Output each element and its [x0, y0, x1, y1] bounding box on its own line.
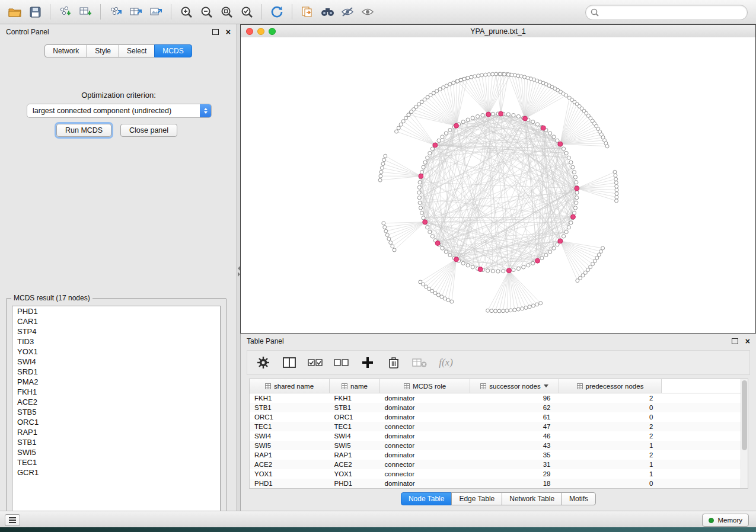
table-cell-filler: [662, 412, 749, 422]
delete-column-button[interactable]: [385, 354, 403, 371]
mcds-result-item[interactable]: YOX1: [12, 347, 220, 357]
table-row[interactable]: ORC1ORC1dominator610: [250, 412, 748, 422]
hide-details-button[interactable]: [338, 2, 357, 21]
show-details-button[interactable]: [358, 2, 377, 21]
mcds-result-item[interactable]: STP4: [12, 326, 220, 336]
float-panel-icon[interactable]: [212, 29, 219, 35]
search-network-button[interactable]: [318, 2, 337, 21]
table-cell: 2: [559, 431, 662, 441]
global-search-box[interactable]: [585, 5, 748, 20]
table-row[interactable]: SWI4SWI4dominator462: [250, 431, 748, 441]
mcds-result-item[interactable]: STB1: [12, 437, 220, 447]
tab-network[interactable]: Network: [44, 44, 87, 57]
copy-document-button[interactable]: [298, 2, 317, 21]
zoom-actual-size-button[interactable]: [217, 2, 236, 21]
tab-motifs[interactable]: Motifs: [562, 492, 596, 505]
function-builder-button[interactable]: f(x): [437, 354, 455, 371]
mcds-result-item[interactable]: PMA2: [12, 377, 220, 387]
table-row[interactable]: YOX1YOX1connector291: [250, 469, 748, 479]
unchecked-boxes-icon: [334, 357, 349, 368]
network-window-titlebar[interactable]: YPA_prune.txt_1: [241, 25, 755, 38]
table-settings-button[interactable]: [254, 354, 272, 371]
tab-mcds[interactable]: MCDS: [154, 44, 192, 57]
close-panel-button[interactable]: Close panel: [120, 124, 177, 137]
table-scrollbar[interactable]: [741, 379, 748, 488]
tab-select[interactable]: Select: [119, 44, 155, 57]
table-scrollbar-thumb[interactable]: [742, 380, 747, 450]
search-icon: [591, 8, 599, 17]
mcds-result-item[interactable]: SWI5: [12, 447, 220, 457]
table-row[interactable]: ACE2ACE2connector311: [250, 460, 748, 469]
table-row[interactable]: TEC1TEC1connector472: [250, 422, 748, 431]
control-panel-title: Control Panel: [6, 28, 212, 36]
column-header-mcds-role[interactable]: MCDS role: [380, 379, 470, 393]
column-header-name[interactable]: name: [330, 379, 380, 393]
mcds-result-item[interactable]: RAP1: [12, 427, 220, 437]
criterion-select[interactable]: largest connected component (undirected): [27, 104, 212, 118]
zoom-in-icon: [180, 6, 193, 18]
close-panel-icon[interactable]: ×: [226, 28, 231, 36]
plus-icon: [362, 357, 374, 368]
table-cell: SWI5: [250, 441, 330, 450]
delete-table-button[interactable]: [411, 354, 429, 371]
import-table-button[interactable]: [76, 2, 95, 21]
network-window-title: YPA_prune.txt_1: [241, 27, 755, 36]
mcds-result-item[interactable]: ORC1: [12, 417, 220, 427]
column-header-shared-name[interactable]: shared name: [250, 379, 330, 393]
table-panel-tabs: Node Table Edge Table Network Table Moti…: [241, 492, 756, 505]
search-input[interactable]: [604, 8, 742, 17]
open-file-button[interactable]: [5, 2, 24, 21]
table-cell: TEC1: [330, 422, 380, 431]
float-panel-icon[interactable]: [732, 338, 738, 344]
export-image-icon: [149, 6, 162, 18]
mcds-result-item[interactable]: TID3: [12, 336, 220, 347]
mcds-result-list[interactable]: PHD1CAR1STP4TID3YOX1SWI4SRD1PMA2FKH1ACE2…: [12, 306, 221, 514]
zoom-in-button[interactable]: [177, 2, 196, 21]
mcds-result-item[interactable]: TEC1: [12, 457, 220, 467]
table-row[interactable]: PHD1PHD1dominator180: [250, 479, 748, 488]
tab-edge-table[interactable]: Edge Table: [451, 492, 502, 505]
mcds-result-item[interactable]: SRD1: [12, 367, 220, 377]
column-header-predecessor-nodes[interactable]: predecessor nodes: [559, 379, 662, 393]
mcds-result-item[interactable]: PHD1: [12, 306, 220, 316]
mcds-result-item[interactable]: STB5: [12, 407, 220, 417]
table-cell: 1: [559, 441, 662, 450]
column-header-successor-nodes[interactable]: successor nodes: [470, 379, 559, 393]
status-menu-button[interactable]: [5, 514, 20, 526]
close-panel-icon[interactable]: ×: [745, 337, 750, 345]
mcds-result-fieldset: MCDS result (17 nodes) PHD1CAR1STP4TID3Y…: [6, 298, 227, 520]
mcds-result-item[interactable]: FKH1: [12, 387, 220, 397]
column-type-icon: [265, 383, 271, 389]
run-mcds-button[interactable]: Run MCDS: [56, 124, 111, 137]
table-cell: 35: [470, 450, 559, 460]
mcds-result-item[interactable]: GCR1: [12, 467, 220, 477]
table-cell: 43: [470, 441, 559, 450]
table-row[interactable]: SWI5SWI5connector431: [250, 441, 748, 450]
mcds-result-item[interactable]: ACE2: [12, 397, 220, 407]
zoom-out-button[interactable]: [197, 2, 216, 21]
show-columns-button[interactable]: [280, 354, 298, 371]
import-network-button[interactable]: [56, 2, 75, 21]
table-row[interactable]: STB1STB1dominator620: [250, 403, 748, 412]
table-row[interactable]: FKH1FKH1dominator962: [250, 393, 748, 403]
save-session-button[interactable]: [25, 2, 44, 21]
memory-button[interactable]: Memory: [702, 514, 749, 527]
add-column-button[interactable]: [359, 354, 377, 371]
tab-style[interactable]: Style: [87, 44, 119, 57]
mcds-result-item[interactable]: CAR1: [12, 316, 220, 326]
table-cell: 18: [470, 479, 559, 488]
mcds-result-item[interactable]: SWI4: [12, 357, 220, 367]
export-image-button[interactable]: [146, 2, 165, 21]
open-folder-icon: [8, 7, 21, 17]
export-table-button[interactable]: [126, 2, 145, 21]
apply-layout-button[interactable]: [267, 2, 286, 21]
export-network-button[interactable]: [106, 2, 125, 21]
tab-network-table[interactable]: Network Table: [502, 492, 562, 505]
select-all-rows-button[interactable]: [307, 354, 324, 371]
table-row[interactable]: RAP1RAP1dominator352: [250, 450, 748, 460]
status-bar: Memory: [0, 511, 756, 527]
network-canvas[interactable]: [241, 37, 755, 333]
zoom-fit-button[interactable]: [237, 2, 256, 21]
deselect-all-rows-button[interactable]: [333, 354, 350, 371]
tab-node-table[interactable]: Node Table: [401, 492, 452, 505]
